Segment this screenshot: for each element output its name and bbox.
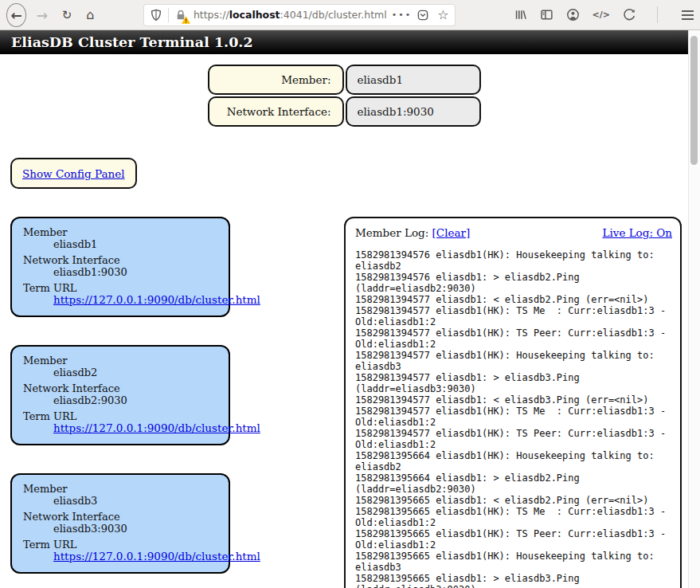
member-cards-column: Member eliasdb1 Network Interface eliasd…	[10, 217, 230, 588]
forward-icon: →	[37, 7, 48, 23]
url-text: https://localhost:4041/db/cluster.html	[194, 9, 387, 21]
member-input[interactable]	[346, 65, 481, 95]
browser-toolbar: ← → ↻ ⌂ https://localhost:404	[0, 0, 700, 30]
home-icon: ⌂	[86, 7, 94, 22]
sync-icon[interactable]	[623, 8, 636, 22]
member-log-header: Member Log: [Clear] Live Log: On	[355, 226, 672, 239]
account-icon[interactable]	[566, 8, 580, 22]
card-interface-value: eliasdb1:9030	[53, 266, 219, 278]
card-member-value: eliasdb3	[53, 495, 219, 507]
tracking-protection-shield-icon[interactable]	[150, 9, 162, 22]
url-host: localhost	[229, 9, 280, 21]
page-title: EliasDB Cluster Terminal 1.0.2	[0, 30, 688, 54]
page-content: EliasDB Cluster Terminal 1.0.2 Member: N…	[0, 30, 688, 588]
address-bar[interactable]: https://localhost:4041/db/cluster.html •…	[144, 5, 455, 25]
member-label: Member:	[208, 65, 344, 95]
member-log-title-text: Member Log:	[355, 226, 432, 239]
term-url-link[interactable]: https://127.0.0.1:9090/db/cluster.html	[53, 550, 260, 563]
home-button[interactable]: ⌂	[81, 7, 100, 22]
show-config-panel-link[interactable]: Show Config Panel	[22, 167, 125, 180]
card-member-value: eliasdb1	[53, 238, 219, 250]
page-scrollbar[interactable]	[688, 30, 700, 588]
main-columns: Member eliasdb1 Network Interface eliasd…	[10, 217, 682, 588]
url-path: :4041/db/cluster.html	[280, 9, 387, 21]
developer-tools-icon[interactable]: </>	[592, 10, 610, 20]
term-url-link[interactable]: https://127.0.0.1:9090/db/cluster.html	[53, 293, 260, 306]
clear-log-link[interactable]: [Clear]	[432, 226, 471, 239]
term-url-link[interactable]: https://127.0.0.1:9090/db/cluster.html	[53, 421, 260, 434]
card-term-url-label: Term URL	[23, 282, 219, 294]
url-scheme: https://	[194, 9, 229, 21]
warning-triangle-icon	[182, 16, 190, 24]
url-divider	[168, 8, 169, 22]
card-member-value: eliasdb2	[53, 367, 219, 378]
reload-icon: ↻	[62, 8, 72, 22]
network-interface-row: Network Interface:	[208, 96, 481, 127]
pocket-icon[interactable]	[416, 9, 429, 22]
card-interface-value: eliasdb3:9030	[53, 523, 219, 535]
member-form: Member: Network Interface:	[208, 65, 481, 127]
library-icon[interactable]	[514, 8, 527, 22]
page-actions-button[interactable]: •••	[392, 10, 412, 20]
member-card-eliasdb3: Member eliasdb3 Network Interface eliasd…	[10, 473, 230, 574]
card-term-url-label: Term URL	[23, 410, 219, 422]
member-log-title: Member Log: [Clear]	[355, 226, 470, 239]
member-log-panel: Member Log: [Clear] Live Log: On 1582981…	[344, 217, 682, 588]
member-card-eliasdb1: Member eliasdb1 Network Interface eliasd…	[10, 217, 230, 317]
member-log-text: 1582981394576 eliasdb1(HK): Housekeeping…	[355, 249, 672, 588]
network-interface-label: Network Interface:	[208, 96, 344, 127]
card-interface-label: Network Interface	[23, 254, 219, 266]
card-member-label: Member	[23, 483, 219, 495]
show-config-panel-button[interactable]: Show Config Panel	[10, 158, 137, 189]
toolbar-icon-group: </>	[514, 6, 694, 23]
back-icon: ←	[10, 7, 22, 23]
card-member-label: Member	[23, 355, 219, 367]
live-log-toggle-link[interactable]: Live Log: On	[602, 226, 672, 239]
bookmark-star-icon[interactable]: ☆	[437, 7, 448, 22]
card-term-url-label: Term URL	[23, 539, 219, 551]
card-member-label: Member	[23, 226, 219, 238]
back-button[interactable]: ←	[6, 3, 26, 27]
insecure-lock-icon[interactable]	[174, 9, 187, 22]
reload-button[interactable]: ↻	[57, 8, 76, 22]
card-interface-label: Network Interface	[23, 511, 219, 523]
browser-viewport: EliasDB Cluster Terminal 1.0.2 Member: N…	[0, 30, 700, 588]
menu-hamburger-icon[interactable]	[682, 10, 694, 12]
scrollbar-thumb[interactable]	[690, 36, 698, 165]
member-card-eliasdb2: Member eliasdb2 Network Interface eliasd…	[10, 345, 230, 445]
sidebar-toggle-icon[interactable]	[540, 8, 553, 22]
network-interface-input[interactable]	[346, 96, 481, 127]
card-interface-label: Network Interface	[23, 382, 219, 394]
forward-button[interactable]: →	[33, 7, 51, 23]
toolbar-separator	[657, 6, 658, 23]
card-interface-value: eliasdb2:9030	[53, 394, 219, 406]
member-row: Member:	[208, 65, 481, 95]
